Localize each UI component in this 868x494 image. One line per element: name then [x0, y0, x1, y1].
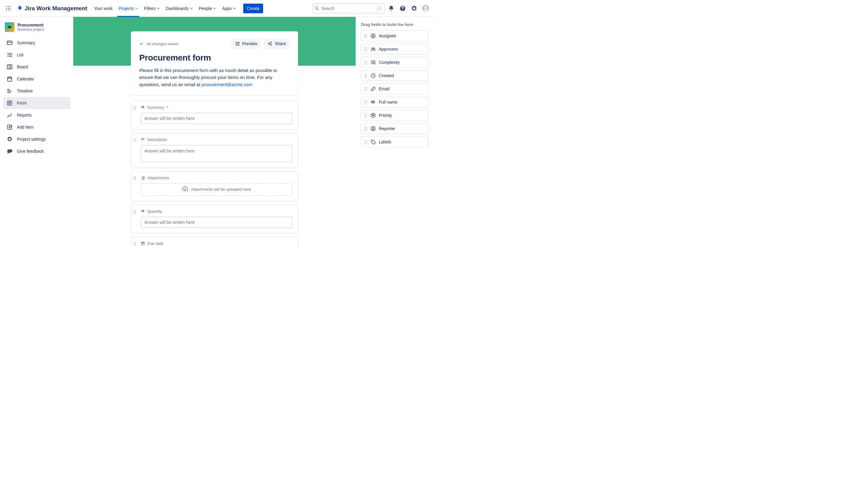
date-icon — [141, 241, 145, 246]
palette-field-labels[interactable]: Labels — [361, 136, 429, 147]
palette-field-priority[interactable]: Priority — [361, 110, 429, 121]
project-icon — [5, 22, 15, 32]
attachment-dropzone[interactable]: Attachments will be uploaded here — [141, 183, 292, 196]
brand-name: Jira Work Management — [25, 5, 87, 12]
reports-icon — [7, 112, 13, 118]
sidebar-item-give-feedback[interactable]: Give feedback — [3, 145, 70, 157]
form-field-due-date[interactable]: Due dateAnswer will be written here — [131, 237, 298, 247]
field-label: Due date — [136, 241, 292, 246]
drag-handle[interactable] — [364, 34, 367, 38]
palette-title: Drag fields to build the form — [361, 22, 429, 27]
chevron-down-icon — [213, 7, 216, 10]
gear-icon — [7, 136, 13, 142]
preview-button[interactable]: Preview — [232, 39, 261, 49]
notifications-button[interactable] — [386, 4, 396, 13]
sidebar-item-reports[interactable]: Reports — [3, 109, 70, 121]
drag-handle[interactable] — [364, 47, 367, 51]
drag-handle[interactable] — [364, 60, 367, 64]
person-icon — [370, 33, 376, 39]
drag-handle[interactable] — [133, 242, 136, 246]
field-label: Description — [136, 137, 292, 142]
form-description[interactable]: Please fill in this procurement form wit… — [139, 67, 290, 88]
para-icon — [141, 137, 145, 141]
nav-item-projects[interactable]: Projects — [115, 0, 141, 17]
drag-handle[interactable] — [364, 87, 367, 91]
jira-logo-icon — [17, 5, 23, 12]
field-palette: Drag fields to build the form AssigneeAp… — [356, 17, 434, 247]
board-icon — [7, 64, 13, 70]
form-field-quantity[interactable]: QuantityAnswer will be written here — [131, 205, 298, 234]
nav-item-apps[interactable]: Apps — [219, 0, 239, 17]
timeline-icon — [7, 88, 13, 94]
sidebar-item-calendar[interactable]: Calendar — [3, 73, 70, 85]
drag-handle[interactable] — [364, 140, 367, 144]
form-field-attachments[interactable]: AttachmentsAttachments will be uploaded … — [131, 171, 298, 202]
user-avatar-icon — [422, 4, 429, 12]
list-icon — [7, 52, 13, 58]
nav-item-people[interactable]: People — [196, 0, 219, 17]
tag-icon — [370, 139, 376, 145]
clock-icon — [370, 73, 376, 78]
chevron-down-icon — [233, 7, 236, 10]
sidebar-item-form[interactable]: Form — [3, 97, 70, 109]
text-icon — [141, 209, 145, 213]
drag-handle[interactable] — [364, 127, 367, 131]
app-switcher[interactable] — [4, 4, 13, 13]
save-status: All changes saved — [139, 42, 179, 46]
form-description-email-link[interactable]: procurement@acme.com — [202, 82, 253, 87]
drag-handle[interactable] — [364, 100, 367, 104]
nav-item-dashboards[interactable]: Dashboards — [163, 0, 196, 17]
svg-rect-41 — [10, 27, 11, 27]
form-title[interactable]: Procurement form — [139, 53, 290, 63]
drag-handle[interactable] — [133, 210, 136, 213]
field-input[interactable]: Answer will be written here — [141, 216, 292, 228]
search-input[interactable] — [319, 6, 376, 11]
palette-field-complexity[interactable]: Complexity — [361, 57, 429, 68]
drag-handle[interactable] — [364, 74, 367, 78]
attach-icon — [141, 176, 145, 180]
person-icon — [370, 126, 376, 131]
project-sidebar: Procurement Business project SummaryList… — [0, 17, 73, 247]
form-header-card: All changes saved Preview Share Procurem — [131, 31, 298, 95]
gear-icon — [411, 5, 418, 12]
palette-field-reporter[interactable]: Reporter — [361, 123, 429, 134]
sidebar-item-summary[interactable]: Summary — [3, 37, 70, 49]
project-header[interactable]: Procurement Business project — [3, 21, 70, 37]
palette-field-full-name[interactable]: Full name — [361, 97, 429, 108]
drag-handle[interactable] — [133, 176, 136, 180]
profile-button[interactable] — [421, 4, 430, 13]
nav-item-your-work[interactable]: Your work — [91, 0, 116, 17]
form-builder-main: All changes saved Preview Share Procurem — [73, 17, 356, 247]
field-textarea[interactable]: Answer will be written here — [141, 145, 292, 163]
sidebar-item-board[interactable]: Board — [3, 61, 70, 73]
create-button[interactable]: Create — [243, 4, 263, 13]
search-box[interactable]: / — [312, 3, 385, 14]
text-icon — [370, 99, 376, 105]
sidebar-item-project-settings[interactable]: Project settings — [3, 133, 70, 145]
svg-point-40 — [8, 27, 9, 27]
help-button[interactable] — [398, 4, 407, 13]
nav-item-filters[interactable]: Filters — [141, 0, 163, 17]
form-field-description[interactable]: DescriptionAnswer will be written here — [131, 133, 298, 168]
search-kbd-hint: / — [376, 5, 382, 12]
field-input[interactable]: Answer will be written here — [141, 113, 292, 124]
project-name: Procurement — [17, 23, 44, 27]
palette-field-created[interactable]: Created — [361, 70, 429, 81]
drag-handle[interactable] — [133, 138, 136, 142]
form-field-summary[interactable]: Summary*Answer will be written here — [131, 101, 298, 130]
external-link-icon — [235, 41, 240, 46]
settings-button[interactable] — [409, 4, 419, 13]
share-button[interactable]: Share — [264, 39, 290, 49]
palette-field-assignee[interactable]: Assignee — [361, 31, 429, 41]
product-logo[interactable]: Jira Work Management — [15, 5, 90, 12]
sidebar-item-timeline[interactable]: Timeline — [3, 85, 70, 97]
share-icon — [267, 41, 273, 46]
drag-handle[interactable] — [133, 106, 136, 110]
sidebar-item-list[interactable]: List — [3, 49, 70, 61]
drag-handle[interactable] — [364, 114, 367, 117]
priority-icon — [370, 113, 376, 118]
sidebar-item-add-item[interactable]: Add item — [3, 121, 70, 133]
palette-field-email[interactable]: Email — [361, 83, 429, 94]
palette-field-approvers[interactable]: Approvers — [361, 44, 429, 55]
listnum-icon — [370, 60, 376, 65]
